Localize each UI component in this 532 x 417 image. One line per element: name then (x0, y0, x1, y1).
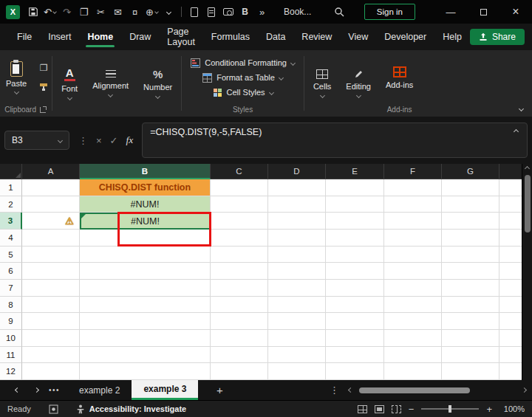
cell-B7[interactable] (80, 280, 211, 297)
cell-D9[interactable] (268, 313, 326, 330)
copy-icon[interactable]: ❐ (75, 3, 92, 21)
new-file-icon[interactable] (185, 3, 202, 21)
camera-icon[interactable] (219, 3, 236, 21)
cell-G9[interactable] (442, 313, 499, 330)
addins-button[interactable]: Add-ins (378, 63, 420, 92)
cell-D5[interactable] (268, 247, 326, 263)
cell-G12[interactable] (442, 363, 499, 380)
select-all-corner[interactable] (0, 164, 22, 179)
column-header-G[interactable]: G (442, 164, 499, 179)
format-as-table-button[interactable]: Format as Table (202, 73, 283, 83)
cell-F6[interactable] (384, 263, 442, 280)
cancel-icon[interactable]: × (96, 135, 102, 146)
zoom-slider-thumb[interactable] (449, 405, 451, 413)
close-button[interactable]: × (499, 0, 532, 24)
format-painter-button[interactable] (37, 81, 50, 93)
cell-A2[interactable] (22, 196, 80, 213)
cell-B9[interactable] (80, 313, 211, 330)
cell-C1[interactable] (211, 179, 268, 196)
macro-record-icon[interactable] (49, 404, 58, 414)
row-header-12[interactable]: 12 (0, 363, 22, 380)
cell-A4[interactable] (22, 230, 80, 247)
cell-D4[interactable] (268, 230, 326, 247)
row-header-5[interactable]: 5 (0, 247, 22, 263)
minimize-button[interactable]: — (434, 0, 467, 24)
search-icon[interactable] (331, 3, 348, 21)
cell-D6[interactable] (268, 263, 326, 280)
sheet-list-icon[interactable]: ••• (49, 386, 60, 394)
cell-C10[interactable] (211, 330, 268, 347)
accessibility-status[interactable]: Accessibility: Investigate (89, 404, 186, 413)
cell-B4[interactable] (80, 230, 211, 247)
sign-in-button[interactable]: Sign in (364, 4, 415, 20)
column-header-B[interactable]: B (80, 164, 211, 179)
more-commands-icon[interactable] (160, 3, 177, 21)
maximize-button[interactable] (467, 0, 499, 24)
cell-G11[interactable] (442, 347, 499, 364)
cell-A8[interactable] (22, 297, 80, 314)
row-header-9[interactable]: 9 (0, 313, 22, 330)
cell-A6[interactable] (22, 263, 80, 280)
cells-menu-button[interactable]: Cells (306, 50, 338, 117)
cell-C11[interactable] (211, 347, 268, 364)
row-header-1[interactable]: 1 (0, 179, 22, 196)
cell-C3[interactable] (211, 213, 268, 230)
cell-E4[interactable] (326, 230, 384, 247)
cell-F10[interactable] (384, 330, 442, 347)
cell-C7[interactable] (211, 280, 268, 297)
menu-help[interactable]: Help (434, 24, 470, 50)
cell-G4[interactable] (442, 230, 499, 247)
cell-A9[interactable] (22, 313, 80, 330)
dialog-launcher-icon[interactable] (40, 106, 47, 113)
row-header-6[interactable]: 6 (0, 263, 22, 280)
cell-A10[interactable] (22, 330, 80, 347)
cell-D7[interactable] (268, 280, 326, 297)
scroll-up-icon[interactable] (525, 166, 530, 171)
row-header-7[interactable]: 7 (0, 280, 22, 297)
column-header-A[interactable]: A (22, 164, 80, 179)
cell-D1[interactable] (268, 179, 326, 196)
horizontal-scroll-thumb[interactable] (359, 387, 470, 393)
row-header-8[interactable]: 8 (0, 297, 22, 314)
cell-A12[interactable] (22, 363, 80, 380)
cell-C6[interactable] (211, 263, 268, 280)
number-menu-button[interactable]: % Number (136, 50, 180, 117)
cell-D8[interactable] (268, 297, 326, 314)
cell-E11[interactable] (326, 347, 384, 364)
tab-options-icon[interactable]: ⋮ (330, 385, 339, 396)
column-header-F[interactable]: F (384, 164, 442, 179)
cell-G2[interactable] (442, 196, 499, 213)
column-header-C[interactable]: C (211, 164, 268, 179)
editing-menu-button[interactable]: Editing (338, 50, 378, 117)
vertical-scroll-thumb[interactable] (525, 175, 531, 232)
status-ready[interactable]: Ready (7, 404, 31, 413)
cell-E1[interactable] (326, 179, 384, 196)
insert-function-icon[interactable]: fx (126, 134, 134, 146)
formula-input[interactable]: =CHISQ.DIST(9,-5,FALSE) (142, 123, 528, 158)
cell-A3[interactable]: ⚠ (22, 213, 80, 230)
paste-button[interactable]: Paste (1, 60, 31, 95)
bold-icon[interactable]: B (236, 3, 253, 21)
save-icon[interactable] (24, 3, 41, 21)
menu-review[interactable]: Review (293, 24, 340, 50)
zoom-slider[interactable] (421, 408, 479, 410)
mail-icon[interactable]: ✉ (109, 3, 126, 21)
zoom-in-icon[interactable]: + (486, 404, 492, 415)
cell-F4[interactable] (384, 230, 442, 247)
zoom-out-icon[interactable]: − (409, 404, 415, 415)
row-header-4[interactable]: 4 (0, 230, 22, 247)
share-button[interactable]: Share (470, 29, 525, 45)
cut-icon[interactable]: ✂ (92, 3, 109, 21)
cell-B10[interactable] (80, 330, 211, 347)
row-header-10[interactable]: 10 (0, 330, 22, 347)
cell-E2[interactable] (326, 196, 384, 213)
cell-A5[interactable] (22, 247, 80, 263)
enter-icon[interactable]: ✓ (110, 135, 118, 146)
cell-C2[interactable] (211, 196, 268, 213)
cell-C8[interactable] (211, 297, 268, 314)
conditional-formatting-button[interactable]: Conditional Formatting (191, 58, 295, 68)
undo-icon[interactable]: ↶ (41, 3, 58, 21)
sheet-tab-example-3[interactable]: example 3 (132, 380, 198, 400)
cell-F5[interactable] (384, 247, 442, 263)
collapse-ribbon-icon[interactable] (519, 106, 524, 111)
